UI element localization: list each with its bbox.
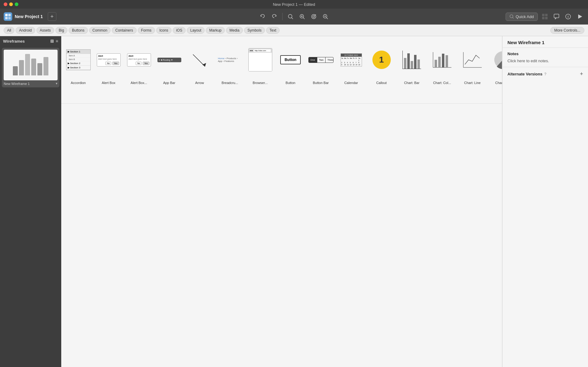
wireframe-item[interactable]: New Wireframe 1 ▾ [2,48,59,87]
filter-layout[interactable]: Layout [187,27,205,34]
component-alert-box-confirm[interactable]: Alert Alert text goes here No Yes Alert … [124,38,153,101]
notes-section: Notes Click here to edit notes. [503,48,588,67]
toolbar-divider [282,13,283,20]
component-alert-box[interactable]: Alert Alert text goes here No Yes Alert … [94,38,123,101]
component-chart-bar[interactable]: Chart: Bar [397,38,426,101]
svg-rect-23 [554,14,559,18]
svg-rect-4 [8,17,11,19]
filter-markup[interactable]: Markup [206,27,225,34]
component-calendar[interactable]: OCTOBER 2023 SuMoTuWeThFrSa 1 2345678 91… [337,38,366,101]
filter-common[interactable]: Common [89,27,111,34]
component-label: Chart: Pie [495,81,502,85]
alternate-versions-left: Alternate Versions ? [507,72,546,76]
component-label: App Bar [163,81,175,85]
filter-icons[interactable]: Icons [156,27,172,34]
svg-rect-22 [545,17,548,19]
alternate-versions-section: Alternate Versions ? + [503,67,588,81]
maximize-button[interactable] [15,2,18,6]
add-wireframe-button[interactable]: + [48,12,56,21]
component-chart-column[interactable]: Chart: Col... [428,38,457,101]
filter-all[interactable]: All [4,27,14,34]
component-label: Chart: Bar [404,81,419,85]
component-label: Callout [376,81,386,85]
svg-text:i: i [567,15,568,18]
filter-ios[interactable]: iOS [173,27,186,34]
component-label: Button Bar [313,81,329,85]
svg-line-10 [303,18,305,19]
component-label: Accordion [71,81,86,85]
filter-symbols[interactable]: Symbols [244,27,265,34]
component-app-bar[interactable]: ≡ ■ Routing ▼ App Bar [155,38,184,101]
svg-marker-26 [578,14,582,19]
components-row: ▶ Section 1 Item A Item B ▶ Section 2 ▶ … [61,36,502,104]
controls-bar: All Android Assets Big Buttons Common Co… [0,25,588,36]
minimize-button[interactable] [9,2,13,6]
alert-box-thumb: Alert Alert text goes here No Yes [96,40,121,80]
filter-android[interactable]: Android [16,27,35,34]
quick-add-button[interactable]: Quick Add [506,13,538,21]
wireframe-name-heading: New Wireframe 1 [503,36,588,48]
component-label: Alert Box... [131,81,147,85]
wireframes-title: Wireframes [3,39,25,44]
info-button[interactable]: i [564,12,573,21]
redo-button[interactable] [270,12,279,21]
filter-containers[interactable]: Containers [112,27,136,34]
component-label: Chart: Line [464,81,481,85]
filter-text[interactable]: Text [266,27,280,34]
svg-rect-19 [542,14,545,16]
zoom-reset-button[interactable] [309,12,319,21]
wireframe-chevron-icon[interactable]: ▾ [56,82,58,86]
undo-button[interactable] [258,12,268,21]
arrow-thumb [187,40,212,80]
component-chart-pie[interactable]: Chart: Pie [488,38,502,101]
notes-edit-area[interactable]: Click here to edit notes. [507,59,583,63]
component-label: Chart: Col... [433,81,451,85]
toolbar: New Project 1 + [0,9,588,25]
svg-rect-1 [5,14,8,16]
svg-rect-31 [435,60,437,67]
component-accordion[interactable]: ▶ Section 1 Item A Item B ▶ Section 2 ▶ … [64,38,93,101]
svg-point-5 [288,14,292,18]
wireframe-list: New Wireframe 1 ▾ [0,46,61,367]
component-label: Alert Box [102,81,115,85]
component-breadcrumb[interactable]: Home › Products › App › Features Breadcr… [215,38,244,101]
chart-pie-thumb [490,40,502,80]
svg-rect-32 [438,57,441,67]
component-button-bar[interactable]: One Two Three Button Bar [306,38,335,101]
filter-assets[interactable]: Assets [36,27,54,34]
component-label: Arrow [195,81,204,85]
svg-line-18 [512,17,514,19]
component-chart-line[interactable]: Chart: Line [458,38,487,101]
add-alternate-version-button[interactable]: + [580,71,583,77]
zoom-fit-button[interactable] [286,12,296,21]
filter-big[interactable]: Big [55,27,67,34]
close-button[interactable] [4,2,7,6]
filter-buttons[interactable]: Buttons [69,27,88,34]
svg-rect-2 [8,14,11,16]
svg-rect-20 [545,14,548,16]
component-button[interactable]: Button Button [276,38,305,101]
svg-line-6 [292,18,293,19]
component-label: Breadcru... [222,81,238,85]
alternate-versions-help-icon[interactable]: ? [544,72,546,76]
app-bar-thumb: ≡ ■ Routing ▼ [157,40,182,80]
component-arrow[interactable]: Arrow [185,38,214,101]
notes-label: Notes [507,52,583,56]
window-controls [4,2,18,6]
component-browser[interactable]: ●●● http://site.com Browser... [246,38,275,101]
zoom-in-button[interactable] [297,12,307,21]
ui-icon-button[interactable] [540,12,549,21]
panel-grid-icon[interactable]: ⊞ [50,39,54,44]
more-controls-button[interactable]: More Controls... [550,27,584,34]
component-callout[interactable]: 1 Callout [367,38,396,101]
filter-media[interactable]: Media [226,27,243,34]
svg-rect-21 [542,17,545,19]
panel-list-icon[interactable]: ≡ [56,39,58,44]
svg-rect-34 [446,55,448,67]
play-button[interactable] [575,12,584,21]
button-thumb: Button [278,40,303,80]
comment-button[interactable] [552,12,561,21]
zoom-custom-button[interactable] [321,12,330,21]
panel-header-icons: ⊞ ≡ [50,39,58,44]
filter-forms[interactable]: Forms [138,27,155,34]
